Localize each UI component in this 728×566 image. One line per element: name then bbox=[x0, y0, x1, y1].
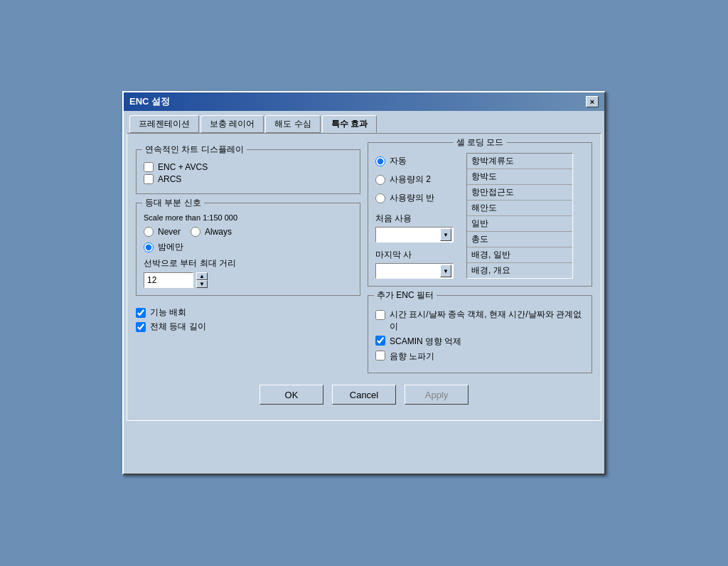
enc-filter-group: 추가 ENC 필터 시간 표시/날짜 종속 객체, 현재 시간/날짜와 관계없이… bbox=[368, 295, 592, 373]
arcs-checkbox[interactable] bbox=[144, 174, 154, 184]
enc-avcs-label: ENC + AVCS bbox=[158, 162, 208, 172]
never-radio[interactable] bbox=[144, 227, 154, 237]
always-radio[interactable] bbox=[191, 227, 200, 237]
always-label: Always bbox=[205, 227, 232, 237]
tab-depth[interactable]: 해도 수심 bbox=[265, 115, 320, 133]
filter-item3-checkbox[interactable] bbox=[375, 351, 385, 361]
button-row: OK Cancel Apply bbox=[136, 373, 592, 412]
cell-mode-title: 셀 로딩 모드 bbox=[454, 137, 507, 149]
usage2-radio[interactable] bbox=[375, 175, 385, 185]
spinner-up[interactable]: ▲ bbox=[196, 272, 208, 280]
first-use-label: 처음 사용 bbox=[375, 213, 454, 225]
list-item-7[interactable]: 배경, 개요 bbox=[467, 263, 572, 278]
apply-button[interactable]: Apply bbox=[405, 385, 469, 405]
first-use-arrow[interactable]: ▼ bbox=[440, 228, 451, 241]
cancel-button[interactable]: Cancel bbox=[332, 385, 396, 405]
enc-filter-title: 추가 ENC 필터 bbox=[374, 289, 437, 301]
list-item-6[interactable]: 배경, 일반 bbox=[467, 247, 572, 263]
cell-mode-group: 셀 로딩 모드 자동 사용량의 2 bbox=[368, 142, 592, 287]
continuous-chart-group: 연속적인 차트 디스플레이 ENC + AVCS ARCS bbox=[136, 149, 360, 194]
feature-patrol-row: 기능 배회 bbox=[136, 306, 360, 319]
content-grid: 연속적인 차트 디스플레이 ENC + AVCS ARCS 등대 부분 신호 S… bbox=[136, 142, 592, 373]
never-radio-row: Never bbox=[144, 227, 181, 237]
last-use-label: 마지막 사 bbox=[375, 249, 454, 261]
tab-presentation[interactable]: 프레젠테이션 bbox=[129, 115, 199, 133]
never-always-row: Never Always bbox=[144, 225, 353, 239]
filter-item2-label: SCAMIN 영향 억제 bbox=[390, 336, 461, 348]
filter-item1-row: 시간 표시/날짜 종속 객체, 현재 시간/날짜와 관계없이 bbox=[375, 309, 584, 333]
tab-content: 연속적인 차트 디스플레이 ENC + AVCS ARCS 등대 부분 신호 S… bbox=[127, 133, 601, 421]
filter-item3-row: 음향 노파기 bbox=[375, 351, 584, 363]
last-use-section: 마지막 사 ▼ bbox=[375, 249, 454, 279]
cell-mode-radios: 자동 사용량의 2 사용량의 반 처음 사용 bbox=[375, 153, 454, 279]
tab-bar: 프레젠테이션 보충 레이어 해도 수심 특수 효과 bbox=[124, 111, 604, 133]
always-radio-row: Always bbox=[191, 227, 232, 237]
ok-button[interactable]: OK bbox=[259, 385, 323, 405]
list-item-3[interactable]: 해안도 bbox=[467, 201, 572, 216]
never-label: Never bbox=[158, 227, 181, 237]
extra-checkboxes: 기능 배회 전체 등대 길이 bbox=[136, 304, 360, 335]
lighthouse-length-row: 전체 등대 길이 bbox=[136, 321, 360, 333]
filter-item2-row: SCAMIN 영향 억제 bbox=[375, 336, 584, 348]
night-label: 밤에만 bbox=[158, 241, 183, 253]
distance-row: ▲ ▼ bbox=[144, 272, 353, 288]
usage-half-radio[interactable] bbox=[375, 193, 385, 203]
last-use-arrow[interactable]: ▼ bbox=[440, 265, 451, 277]
distance-label: 선박으로 부터 최대 거리 bbox=[144, 257, 353, 269]
list-item-0[interactable]: 항박계류도 bbox=[467, 154, 572, 169]
list-item-2[interactable]: 항만접근도 bbox=[467, 185, 572, 201]
first-use-section: 처음 사용 ▼ bbox=[375, 213, 454, 242]
close-button[interactable]: × bbox=[586, 96, 599, 107]
cell-mode-list: 항박계류도 항박도 항만접근도 해안도 일반 총도 배경, 일반 배경, 개요 bbox=[466, 153, 573, 279]
auto-radio[interactable] bbox=[375, 156, 385, 166]
enc-avcs-row: ENC + AVCS bbox=[144, 162, 353, 172]
tab-special-effects[interactable]: 특수 효과 bbox=[322, 115, 377, 133]
spinner-buttons: ▲ ▼ bbox=[196, 272, 208, 288]
usage-half-radio-row: 사용량의 반 bbox=[375, 192, 454, 204]
auto-radio-row: 자동 bbox=[375, 155, 454, 167]
right-column: 셀 로딩 모드 자동 사용량의 2 bbox=[368, 142, 592, 373]
last-use-dropdown[interactable]: ▼ bbox=[375, 263, 454, 279]
list-item-1[interactable]: 항박도 bbox=[467, 169, 572, 185]
scale-note: Scale more than 1:150 000 bbox=[144, 213, 353, 222]
filter-item1-checkbox[interactable] bbox=[375, 310, 385, 320]
continuous-chart-title: 연속적인 차트 디스플레이 bbox=[142, 144, 247, 156]
cell-mode-inner: 자동 사용량의 2 사용량의 반 처음 사용 bbox=[375, 153, 584, 279]
feature-patrol-checkbox[interactable] bbox=[136, 308, 146, 318]
arcs-label: ARCS bbox=[158, 174, 181, 184]
first-use-dropdown[interactable]: ▼ bbox=[375, 227, 454, 242]
dialog-window: ENC 설정 × 프레젠테이션 보충 레이어 해도 수심 특수 효과 연속적인 … bbox=[122, 91, 606, 475]
list-item-5[interactable]: 총도 bbox=[467, 232, 572, 247]
usage2-radio-row: 사용량의 2 bbox=[375, 173, 454, 186]
feature-patrol-label: 기능 배회 bbox=[150, 306, 186, 319]
list-item-4[interactable]: 일반 bbox=[467, 216, 572, 232]
enc-avcs-checkbox[interactable] bbox=[144, 162, 154, 172]
dialog-title: ENC 설정 bbox=[129, 95, 170, 108]
arcs-row: ARCS bbox=[144, 174, 353, 184]
title-bar: ENC 설정 × bbox=[124, 92, 604, 111]
usage-half-label: 사용량의 반 bbox=[390, 192, 434, 204]
lighthouse-length-checkbox[interactable] bbox=[136, 322, 146, 332]
night-radio-row: 밤에만 bbox=[144, 241, 353, 253]
filter-item2-checkbox[interactable] bbox=[375, 336, 385, 346]
night-radio[interactable] bbox=[144, 242, 154, 252]
spinner-down[interactable]: ▼ bbox=[196, 280, 208, 288]
distance-input[interactable] bbox=[144, 272, 193, 288]
lighthouse-length-label: 전체 등대 길이 bbox=[150, 321, 206, 333]
usage2-label: 사용량의 2 bbox=[390, 173, 431, 186]
lighthouse-group: 등대 부분 신호 Scale more than 1:150 000 Never… bbox=[136, 203, 360, 296]
left-column: 연속적인 차트 디스플레이 ENC + AVCS ARCS 등대 부분 신호 S… bbox=[136, 142, 360, 373]
lighthouse-title: 등대 부분 신호 bbox=[142, 197, 204, 209]
auto-label: 자동 bbox=[390, 155, 407, 167]
tab-supplement[interactable]: 보충 레이어 bbox=[200, 115, 264, 133]
filter-item3-label: 음향 노파기 bbox=[390, 351, 434, 363]
filter-item1-label: 시간 표시/날짜 종속 객체, 현재 시간/날짜와 관계없이 bbox=[390, 309, 584, 333]
